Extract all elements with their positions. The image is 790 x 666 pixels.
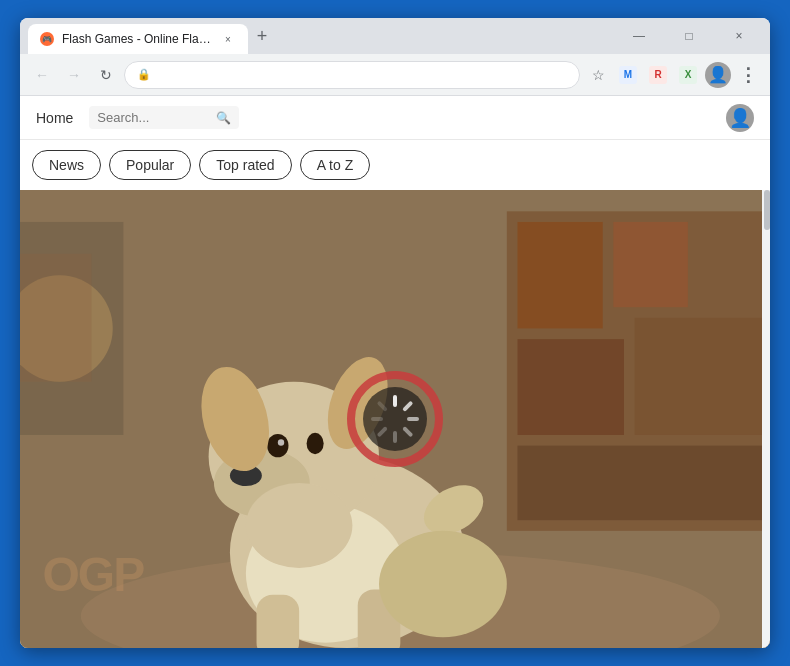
- svg-rect-30: [407, 417, 419, 421]
- site-profile-icon[interactable]: 👤: [726, 104, 754, 132]
- svg-rect-34: [371, 417, 383, 421]
- new-tab-button[interactable]: +: [248, 22, 276, 50]
- minimize-button[interactable]: —: [616, 20, 662, 52]
- search-bar[interactable]: 🔍: [89, 106, 239, 129]
- refresh-button[interactable]: ↻: [92, 61, 120, 89]
- bookmark-button[interactable]: ☆: [584, 61, 612, 89]
- search-icon: 🔍: [216, 111, 231, 125]
- svg-point-16: [267, 434, 288, 457]
- svg-point-18: [278, 439, 284, 445]
- ext2-button[interactable]: R: [644, 61, 672, 89]
- extension-icon-3: X: [679, 66, 697, 84]
- nav-pill-news[interactable]: News: [32, 150, 101, 180]
- home-link[interactable]: Home: [36, 110, 73, 126]
- maximize-button[interactable]: □: [666, 20, 712, 52]
- forward-button[interactable]: →: [60, 61, 88, 89]
- ext3-button[interactable]: X: [674, 61, 702, 89]
- address-bar[interactable]: 🔒: [124, 61, 580, 89]
- nav-pill-a-to-z[interactable]: A to Z: [300, 150, 371, 180]
- svg-rect-21: [257, 595, 300, 648]
- tab-favicon: 🎮: [40, 32, 54, 46]
- svg-point-25: [246, 483, 353, 568]
- nav-bar: ← → ↻ 🔒 ☆ M R X 👤 ⋮: [20, 54, 770, 96]
- main-image-area: OGP: [20, 190, 770, 648]
- nav-pill-top-rated[interactable]: Top rated: [199, 150, 291, 180]
- extension-icon-1: M: [619, 66, 637, 84]
- nav-pill-popular[interactable]: Popular: [109, 150, 191, 180]
- browser-window: 🎮 Flash Games - Online Flash Gam... × + …: [20, 18, 770, 648]
- back-button[interactable]: ←: [28, 61, 56, 89]
- lock-icon: 🔒: [137, 68, 151, 81]
- svg-point-17: [307, 433, 324, 454]
- svg-rect-10: [20, 254, 91, 382]
- dog-image: OGP: [20, 190, 770, 648]
- svg-rect-32: [393, 431, 397, 443]
- profile-button[interactable]: 👤: [704, 61, 732, 89]
- tab-title: Flash Games - Online Flash Gam...: [62, 32, 212, 46]
- svg-rect-5: [517, 339, 624, 435]
- nav-actions: ☆ M R X 👤 ⋮: [584, 61, 762, 89]
- scrollbar-track[interactable]: [762, 190, 770, 648]
- site-header: Home 🔍 👤: [20, 96, 770, 140]
- profile-avatar: 👤: [705, 62, 731, 88]
- svg-rect-3: [517, 222, 602, 329]
- tab-close-button[interactable]: ×: [220, 31, 236, 47]
- active-tab[interactable]: 🎮 Flash Games - Online Flash Gam... ×: [28, 24, 248, 54]
- svg-rect-4: [613, 222, 688, 307]
- title-bar: 🎮 Flash Games - Online Flash Gam... × + …: [20, 18, 770, 54]
- title-bar-controls: — □ ×: [616, 20, 762, 52]
- loading-spinner: [345, 369, 445, 469]
- svg-rect-28: [393, 395, 397, 407]
- svg-point-24: [379, 531, 507, 638]
- search-input[interactable]: [97, 110, 210, 125]
- page-content: Home 🔍 👤 News Popular Top rated A to Z: [20, 96, 770, 648]
- tab-area: 🎮 Flash Games - Online Flash Gam... × +: [28, 18, 612, 54]
- svg-rect-6: [635, 318, 770, 435]
- scrollbar-thumb[interactable]: [764, 190, 770, 230]
- site-nav: News Popular Top rated A to Z: [20, 140, 770, 190]
- svg-rect-7: [517, 446, 770, 521]
- extension-icon-2: R: [649, 66, 667, 84]
- menu-button[interactable]: ⋮: [734, 61, 762, 89]
- ext1-button[interactable]: M: [614, 61, 642, 89]
- window-close-button[interactable]: ×: [716, 20, 762, 52]
